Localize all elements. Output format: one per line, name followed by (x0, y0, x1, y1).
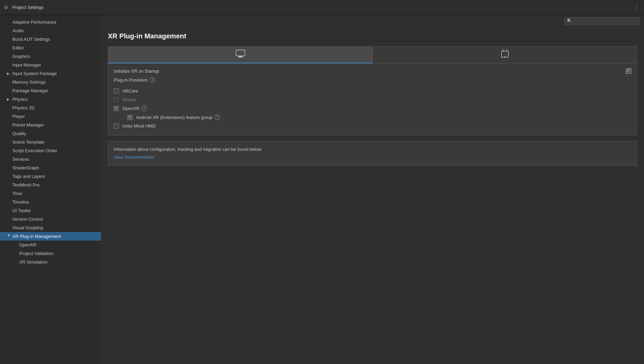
sidebar-item-label: Audio (12, 28, 24, 33)
sidebar-item-visual-scripting[interactable]: Visual Scripting (0, 223, 101, 232)
provider-label-openxr: OpenXR (122, 106, 139, 111)
sidebar-item-physics[interactable]: ▶Physics (0, 95, 101, 104)
sidebar-item-time[interactable]: Time (0, 189, 101, 198)
providers-header: Plug-in Providers ? (114, 77, 631, 83)
provider-row-android-xr-extensions: Android XR (Extensions) feature group? (114, 113, 631, 122)
sidebar-item-label: Tags and Layers (12, 174, 45, 179)
sidebar-item-label: Quality (12, 131, 26, 136)
view-documentation-link[interactable]: View Documentation (114, 155, 154, 160)
platform-tab-desktop[interactable] (108, 46, 372, 63)
sidebar-item-shader-graph[interactable]: ShaderGraph (0, 163, 101, 172)
sidebar-item-label: Physics (12, 97, 28, 102)
sidebar-item-label: ShaderGraph (12, 165, 39, 170)
android-icon (501, 49, 509, 61)
page-title: XR Plug-in Management (108, 32, 637, 40)
provider-row-arcore: ARCore (114, 87, 631, 95)
sidebar-item-label: UI Toolkit (12, 208, 30, 213)
search-icon: 🔍 (567, 19, 572, 23)
sidebar-item-version-control[interactable]: Version Control (0, 215, 101, 223)
providers-list: ARCoreOculusOpenXR?Android XR (Extension… (114, 87, 631, 130)
search-bar: 🔍 (101, 15, 644, 27)
menu-dots-button[interactable]: ⋮ (634, 4, 640, 11)
sidebar-item-package-manager[interactable]: Package Manager (0, 86, 101, 95)
sidebar-item-burst-aot-settings[interactable]: Burst AOT Settings (0, 35, 101, 44)
sidebar-item-project-validation[interactable]: Project Validation (0, 249, 101, 258)
settings-panel: Initialize XR on Startup Plug-in Provide… (108, 63, 637, 135)
sidebar-item-graphics[interactable]: Graphics (0, 52, 101, 61)
sidebar-item-ui-toolkit[interactable]: UI Toolkit (0, 206, 101, 215)
sidebar-item-label: Project Validation (19, 251, 53, 256)
svg-point-8 (506, 50, 507, 50)
sidebar-item-physics-2d[interactable]: Physics 2D (0, 104, 101, 112)
provider-help-icon-openxr[interactable]: ? (141, 106, 147, 111)
sidebar-item-memory-settings[interactable]: Memory Settings (0, 78, 101, 86)
sidebar-item-editor[interactable]: Editor (0, 44, 101, 52)
sidebar-item-label: TextMesh Pro (12, 182, 39, 187)
platform-tab-android[interactable] (372, 46, 637, 63)
provider-row-unity-mock-hmd: Unity Mock HMD (114, 122, 631, 130)
providers-help-icon[interactable]: ? (150, 77, 155, 83)
sidebar-item-label: Physics 2D (12, 105, 35, 110)
gear-icon: ⚙ (4, 5, 10, 10)
sidebar-item-script-execution-order[interactable]: Script Execution Order (0, 146, 101, 155)
provider-label-arcore: ARCore (122, 88, 138, 94)
arrow-icon: ▶ (7, 97, 11, 101)
provider-help-icon-android-xr-extensions[interactable]: ? (214, 114, 220, 120)
main-layout: Adaptive PerformanceAudioBurst AOT Setti… (0, 15, 644, 364)
sidebar-item-label: Graphics (12, 54, 30, 59)
svg-point-4 (504, 56, 505, 57)
sidebar-item-label: Version Control (12, 217, 43, 222)
provider-label-oculus: Oculus (122, 97, 136, 102)
info-text: Information about configuration, trackin… (114, 147, 631, 152)
svg-point-7 (503, 50, 504, 50)
search-input[interactable] (565, 17, 640, 25)
sidebar-item-input-system-package[interactable]: ▶Input System Package (0, 69, 101, 78)
provider-label-unity-mock-hmd: Unity Mock HMD (122, 123, 156, 129)
provider-row-openxr: OpenXR? (114, 104, 631, 113)
sidebar-item-textmesh-pro[interactable]: TextMesh Pro (0, 181, 101, 189)
sidebar-item-xr-simulation[interactable]: XR Simulation (0, 258, 101, 266)
provider-checkbox-unity-mock-hmd[interactable] (114, 123, 119, 129)
sidebar-item-preset-manager[interactable]: Preset Manager (0, 121, 101, 129)
sidebar-item-services[interactable]: Services (0, 155, 101, 163)
sidebar-item-label: Editor (12, 45, 24, 50)
sidebar-item-timeline[interactable]: Timeline (0, 198, 101, 206)
initialize-xr-label: Initialize XR on Startup (114, 69, 626, 74)
sidebar-item-player[interactable]: Player (0, 112, 101, 121)
arrow-icon: ▶ (7, 72, 11, 75)
sidebar-item-adaptive-performance[interactable]: Adaptive Performance (0, 18, 101, 26)
arrow-icon: ▶ (7, 234, 11, 239)
sidebar-item-label: Script Execution Order (12, 148, 57, 153)
sidebar-item-label: Time (12, 191, 22, 196)
platform-tabs (108, 46, 637, 63)
sidebar-item-openxr[interactable]: OpenXR (0, 241, 101, 249)
desktop-icon (236, 50, 245, 60)
sidebar-item-label: XR Simulation (19, 259, 47, 265)
sidebar-item-scene-template[interactable]: Scene Template (0, 138, 101, 146)
sidebar-item-label: Services (12, 157, 29, 162)
content-area: 🔍 XR Plug-in Management Initial (101, 15, 644, 364)
initialize-xr-checkbox[interactable] (626, 68, 631, 74)
sidebar-item-xr-plugin-management[interactable]: ▶XR Plug-in Management (0, 232, 101, 241)
provider-checkbox-openxr[interactable] (114, 106, 119, 111)
sidebar: Adaptive PerformanceAudioBurst AOT Setti… (0, 15, 101, 364)
provider-checkbox-arcore[interactable] (114, 88, 119, 94)
sidebar-item-label: Timeline (12, 199, 29, 205)
provider-label-android-xr-extensions: Android XR (Extensions) feature group (136, 115, 212, 120)
sidebar-item-audio[interactable]: Audio (0, 26, 101, 35)
sidebar-item-label: Scene Template (12, 139, 44, 145)
svg-rect-1 (239, 56, 242, 57)
initialize-xr-row: Initialize XR on Startup (114, 68, 631, 74)
sidebar-item-label: Adaptive Performance (12, 20, 57, 25)
sidebar-item-input-manager[interactable]: Input Manager (0, 61, 101, 69)
svg-rect-0 (236, 50, 245, 56)
sidebar-item-tags-and-layers[interactable]: Tags and Layers (0, 172, 101, 181)
provider-checkbox-android-xr-extensions[interactable] (127, 115, 133, 120)
title-bar: ⚙ Project Settings ⋮ (0, 0, 644, 15)
sidebar-item-label: Input Manager (12, 62, 41, 68)
sidebar-item-label: Burst AOT Settings (12, 37, 50, 42)
sidebar-item-quality[interactable]: Quality (0, 129, 101, 138)
sidebar-item-label: XR Plug-in Management (12, 234, 61, 239)
sidebar-item-label: Preset Manager (12, 122, 44, 128)
svg-rect-2 (238, 57, 243, 58)
